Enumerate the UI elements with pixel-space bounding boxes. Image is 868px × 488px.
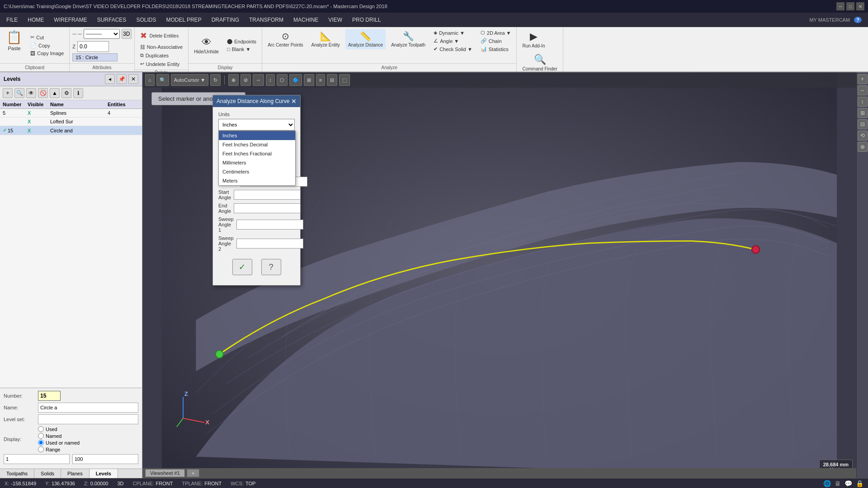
blank-button[interactable]: □ Blank ▼ — [224, 46, 259, 53]
radio-used-or-named[interactable]: Used or named — [38, 440, 80, 446]
rs-btn3[interactable]: ↕ — [858, 97, 868, 107]
non-associative-button[interactable]: ⛓ Non-Associative — [137, 43, 185, 51]
menu-modelprep[interactable]: MODEL PREP — [161, 15, 206, 25]
tab-solids[interactable]: Solids — [34, 469, 61, 478]
level-up-button[interactable]: ▲ — [50, 88, 60, 98]
menu-machine[interactable]: MACHINE — [289, 15, 323, 25]
pin-button[interactable]: 📌 — [117, 74, 127, 84]
units-select[interactable]: Inches — [218, 119, 295, 131]
undelete-button[interactable]: ↩ Undelete Entity — [137, 60, 183, 68]
analyze-toolpath-button[interactable]: 🔧 Analyze Toolpath — [388, 29, 428, 49]
vp-btn7[interactable]: ⊞ — [304, 74, 314, 86]
radio-range[interactable]: Range — [38, 446, 80, 452]
level-row[interactable]: X Lofted Sur — [0, 117, 142, 126]
vp-btn6[interactable]: 🔷 — [289, 74, 302, 86]
search-level-button[interactable]: 🔍 — [14, 88, 24, 98]
arc-center-points-button[interactable]: ⊙ Arc Center Points — [265, 29, 306, 49]
rs-btn6[interactable]: ⟲ — [858, 131, 868, 141]
tab-toolpaths[interactable]: Toolpaths — [0, 469, 34, 478]
vp-btn1[interactable]: ⊕ — [228, 74, 239, 86]
statistics-button[interactable]: 📊 Statistics — [478, 45, 514, 53]
2d-area-button[interactable]: ⬡ 2D Area ▼ — [478, 29, 514, 37]
add-level-button[interactable]: + — [3, 88, 13, 98]
menu-transform[interactable]: TRANSFORM — [245, 15, 288, 25]
viewport-zoom-button[interactable]: 🔍 — [156, 74, 169, 86]
status-globe-button[interactable]: 🌐 — [823, 480, 831, 487]
tab-planes[interactable]: Planes — [61, 469, 90, 478]
rs-btn2[interactable]: ↔ — [858, 85, 868, 95]
name-input[interactable] — [38, 403, 138, 413]
vp-btn3[interactable]: ↔ — [253, 74, 264, 86]
close-button[interactable]: ✕ — [856, 2, 864, 10]
rs-btn5[interactable]: ⊟ — [858, 119, 868, 129]
dd-feet-decimal[interactable]: Feet Inches Decimal — [219, 140, 295, 149]
line-type-select[interactable]: ───── — [84, 29, 120, 39]
run-addin-button[interactable]: ▶ Run Add-In — [519, 29, 547, 50]
dynamic-button[interactable]: ◈ Dynamic ▼ — [431, 29, 475, 37]
menu-home[interactable]: HOME — [23, 15, 48, 25]
radio-named[interactable]: Named — [38, 433, 80, 439]
menu-solids[interactable]: SOLIDS — [132, 15, 160, 25]
command-finder-button[interactable]: 🔍 Command Finder — [519, 52, 560, 73]
start-angle-input[interactable] — [234, 190, 301, 200]
analyze-distance-button[interactable]: 📏 Analyze Distance — [345, 29, 386, 49]
status-lock-button[interactable]: 🔒 — [856, 480, 863, 487]
visible-all-button[interactable]: 👁 — [26, 88, 36, 98]
dd-feet-fractional[interactable]: Feet Inches Fractional — [219, 149, 295, 158]
paste-button[interactable]: 📋 Paste — [3, 29, 26, 61]
range-from-input[interactable] — [4, 454, 70, 464]
rs-btn4[interactable]: ⊞ — [858, 108, 868, 118]
range-to-input[interactable] — [72, 454, 138, 464]
end-angle-input[interactable] — [234, 203, 301, 213]
number-input[interactable] — [38, 391, 61, 401]
status-monitor-button[interactable]: 🖥 — [835, 480, 841, 487]
angle-button[interactable]: ∠ Angle ▼ — [431, 37, 475, 45]
level-settings-button[interactable]: ⚙ — [61, 88, 71, 98]
delete-entities-button[interactable]: ✖ Delete Entities — [137, 29, 181, 42]
maximize-button[interactable]: □ — [846, 2, 854, 10]
dialog-ok-button[interactable]: ✓ — [232, 259, 252, 275]
rs-btn7[interactable]: ⊕ — [858, 142, 868, 152]
cut-button[interactable]: ✂ Cut — [28, 33, 66, 41]
menu-prodrill[interactable]: PRO DRILL — [348, 15, 385, 25]
hide-unhide-button[interactable]: 👁 Hide/Unhide — [191, 35, 222, 56]
autocursor-button[interactable]: AutoCursor ▼ — [171, 74, 209, 86]
vp-btn2[interactable]: ⊘ — [241, 74, 251, 86]
menu-view[interactable]: VIEW — [324, 15, 347, 25]
chain-button[interactable]: 🔗 Chain — [478, 37, 514, 45]
rs-btn1[interactable]: + — [858, 74, 868, 84]
dialog-help-button[interactable]: ? — [261, 259, 281, 275]
level-row[interactable]: 5 X Splines 4 — [0, 109, 142, 117]
close-panel-button[interactable]: ✕ — [128, 74, 138, 84]
analyze-entity-button[interactable]: 📐 Analyze Entity — [309, 29, 343, 49]
vp-btn4[interactable]: ↕ — [266, 74, 275, 86]
endpoints-button[interactable]: ⬤ Endpoints — [224, 38, 259, 45]
copy-button[interactable]: 📄 Copy — [28, 42, 66, 49]
menu-file[interactable]: FILE — [2, 15, 22, 25]
copy-image-button[interactable]: 🖼 Copy Image — [28, 50, 66, 57]
viewsheet-tab-1[interactable]: Viewsheet #1 — [145, 469, 185, 477]
vp-btn8[interactable]: ≡ — [316, 74, 325, 86]
menu-drafting[interactable]: DRAFTING — [207, 15, 244, 25]
vp-btn10[interactable]: ⬚ — [339, 74, 350, 86]
dd-millimeters[interactable]: Millimeters — [219, 158, 295, 167]
dd-meters[interactable]: Meters — [219, 176, 295, 185]
collapse-button[interactable]: ◂ — [105, 74, 115, 84]
level-row-active[interactable]: ✓ 15 X Circle and — [0, 126, 142, 135]
radio-used[interactable]: Used — [38, 426, 80, 432]
duplicates-button[interactable]: ⧉ Duplicates — [137, 52, 171, 59]
level-info-button[interactable]: ℹ — [73, 88, 83, 98]
level-set-input[interactable] — [38, 414, 138, 424]
viewsheet-add-button[interactable]: + — [187, 469, 199, 477]
menu-wireframe[interactable]: WIREFRAME — [49, 15, 91, 25]
hide-all-button[interactable]: 🚫 — [38, 88, 48, 98]
status-chat-button[interactable]: 💬 — [844, 480, 852, 487]
dialog-close-button[interactable]: ✕ — [291, 98, 297, 105]
check-solid-button[interactable]: ✔ Check Solid ▼ — [431, 45, 475, 53]
3d-button[interactable]: 3D — [122, 29, 132, 39]
level-btn[interactable]: 15 : Circle — [72, 53, 118, 61]
sweep-angle2-input[interactable] — [236, 239, 303, 249]
viewport-home-button[interactable]: ⌂ — [145, 74, 155, 86]
tab-levels[interactable]: Levels — [90, 469, 118, 478]
menu-surfaces[interactable]: SURFACES — [93, 15, 131, 25]
